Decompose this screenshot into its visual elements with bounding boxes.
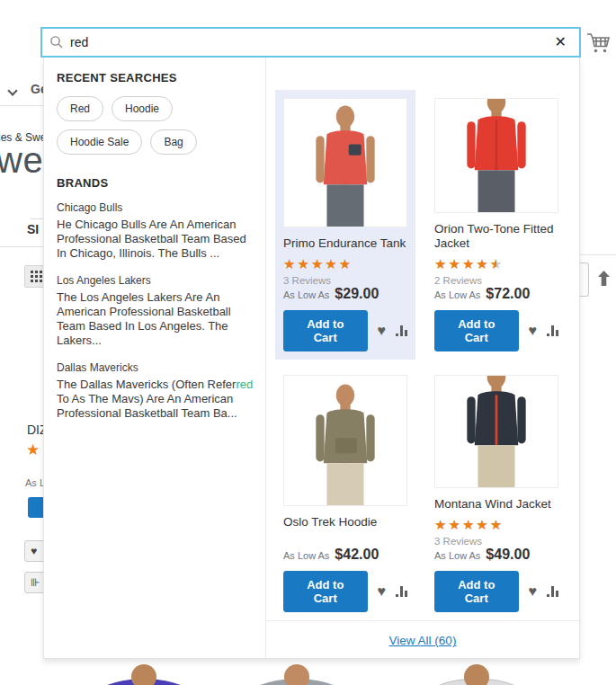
reviews-count[interactable]: 2 Reviews [434,275,558,286]
product-image[interactable] [434,375,558,488]
rating-stars: ★★★★★★★★★★ [434,518,558,531]
recent-search-chip[interactable]: Red [57,96,103,121]
price-label: As Low As [434,550,480,561]
price-row: As Low As $42.00 [283,547,407,563]
sort-by-select[interactable] [580,262,589,297]
background-product-image[interactable] [229,663,364,685]
product-results-grid: Primo Endurance Tank ★★★★★★★★★★ 3 Review… [266,57,579,620]
brand-name: Dallas Mavericks [57,361,254,374]
add-to-cart-button[interactable]: Add to Cart [283,571,368,612]
product-card[interactable]: Primo Endurance Tank ★★★★★★★★★★ 3 Review… [275,90,415,360]
sort-direction-arrow-icon[interactable] [597,271,611,289]
clear-search-button[interactable]: ✕ [549,33,572,51]
recent-search-chip[interactable]: Bag [150,129,196,155]
background-price-label: As L [25,477,45,488]
product-card[interactable]: Orion Two-Tone Fitted Jacket ★★★★★★★★★★ … [426,90,567,360]
nav-divider [0,105,45,106]
compare-icon[interactable] [547,586,558,597]
price: $72.00 [486,286,530,302]
reviews-count[interactable]: 3 Reviews [283,275,407,286]
highlighted-search-term: red [236,378,253,391]
brand-result[interactable]: Dallas Mavericks The Dallas Mavericks (O… [57,361,254,421]
product-card[interactable]: Oslo Trek Hoodie ★★★★★★★★★★ As Low As $4… [275,367,415,620]
view-all-row: View All (60) [266,620,579,661]
search-bar: ✕ [40,27,581,58]
price-label: As Low As [283,289,329,300]
product-image[interactable] [283,375,407,506]
add-to-cart-button[interactable]: Add to Cart [434,310,519,351]
product-actions: Add to Cart ♥ [283,571,407,612]
rating-stars: ★★★★★★★★★★ [283,257,407,271]
price-label: As Low As [434,289,480,300]
product-name[interactable]: Montana Wind Jacket [434,497,558,512]
recent-searches-heading: RECENT SEARCHES [57,71,254,85]
price: $29.00 [335,286,379,302]
product-card[interactable]: Montana Wind Jacket ★★★★★★★★★★ 3 Reviews… [426,367,567,620]
autocomplete-products-column: Primo Endurance Tank ★★★★★★★★★★ 3 Review… [266,57,579,658]
brand-description: He Chicago Bulls Are An American Profess… [57,218,254,261]
brand-result[interactable]: Los Angeles Lakers The Los Angeles Laker… [57,274,254,348]
product-name[interactable]: Primo Endurance Tank [283,236,407,251]
wishlist-icon[interactable]: ♥ [378,324,387,338]
search-autocomplete-panel: RECENT SEARCHES Red Hoodie Hoodie Sale B… [43,57,580,659]
brand-description: The Los Angeles Lakers Are An American P… [57,290,254,348]
compare-icon[interactable] [396,586,407,597]
reviews-count[interactable]: 3 Reviews [434,536,558,547]
product-name[interactable]: Orion Two-Tone Fitted Jacket [434,222,558,251]
recent-search-chips: Red Hoodie Hoodie Sale Bag [57,96,254,155]
price-row: As Low As $72.00 [434,286,558,302]
product-actions: Add to Cart ♥ [434,571,558,612]
background-compare-button[interactable]: ⊪ [24,572,45,593]
autocomplete-left-column: RECENT SEARCHES Red Hoodie Hoodie Sale B… [44,57,266,658]
product-name[interactable]: Oslo Trek Hoodie [283,515,407,529]
recent-search-chip[interactable]: Hoodie [112,96,173,121]
product-actions: Add to Cart ♥ [434,310,558,351]
brand-result[interactable]: Chicago Bulls He Chicago Bulls Are An Am… [57,201,254,261]
brands-heading: BRANDS [57,176,254,190]
background-star-icon: ★ [26,440,40,459]
wishlist-icon[interactable]: ♥ [378,584,387,599]
divider [580,254,616,255]
compare-icon[interactable] [547,325,558,336]
background-product-image[interactable] [76,663,211,685]
recent-search-chip[interactable]: Hoodie Sale [57,129,142,155]
cart-icon[interactable] [585,31,612,56]
rating-stars: ★★★★★★★★★★ [434,257,558,271]
sidebar-heading: SI [27,222,39,236]
search-input[interactable] [64,35,549,49]
wishlist-icon[interactable]: ♥ [529,584,538,599]
background-product-image[interactable] [409,663,544,685]
product-actions: Add to Cart ♥ [283,310,407,351]
add-to-cart-button[interactable]: Add to Cart [434,571,519,612]
background-wishlist-button[interactable]: ♥ [24,540,45,562]
compare-icon[interactable] [396,325,407,336]
price: $49.00 [486,547,530,563]
divider [0,246,45,247]
brand-name: Los Angeles Lakers [57,274,254,287]
add-to-cart-button[interactable]: Add to Cart [283,310,368,351]
page: Gea ies & Sweat weat SI DIZ ★ As L ♥ ⊪ [0,0,616,685]
price: $42.00 [335,547,379,563]
brand-description: The Dallas Mavericks (Often Referred To … [57,378,254,421]
wishlist-icon[interactable]: ♥ [529,324,538,338]
price-label: As Low As [283,550,329,561]
product-image[interactable] [434,98,558,213]
brand-name: Chicago Bulls [57,201,254,214]
chevron-down-icon [7,85,17,95]
view-all-link[interactable]: View All (60) [389,634,457,647]
grid-view-icon [31,271,42,282]
product-image[interactable] [283,98,407,227]
price-row: As Low As $29.00 [283,286,407,302]
search-icon [49,35,64,49]
price-row: As Low As $49.00 [434,547,558,563]
